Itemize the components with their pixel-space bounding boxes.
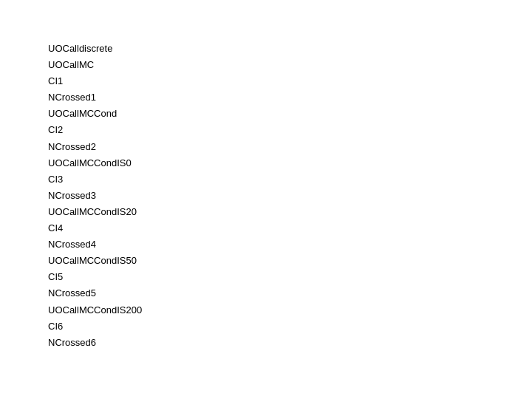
main-content: UOCalldiscreteUOCallMCCI1NCrossed1UOCall… xyxy=(0,0,532,392)
list-item: CI2 xyxy=(48,122,484,138)
list-item: NCrossed6 xyxy=(48,335,484,351)
list-item: CI6 xyxy=(48,318,484,335)
list-item: NCrossed4 xyxy=(48,236,484,253)
list-item: NCrossed2 xyxy=(48,139,484,155)
list-item: CI1 xyxy=(48,73,484,89)
list-item: NCrossed3 xyxy=(48,188,484,204)
list-item: UOCallMCCondIS0 xyxy=(48,155,484,171)
list-item: CI5 xyxy=(48,269,484,285)
list-item: NCrossed5 xyxy=(48,285,484,301)
list-item: UOCallMCCond xyxy=(48,106,484,122)
list-item: UOCallMCCondIS200 xyxy=(48,302,484,318)
list-item: UOCalldiscrete xyxy=(48,41,484,57)
list-item: NCrossed1 xyxy=(48,89,484,106)
list-item: UOCallMCCondIS20 xyxy=(48,204,484,220)
list-item: UOCallMC xyxy=(48,57,484,73)
list-item: CI4 xyxy=(48,220,484,236)
list-item: CI3 xyxy=(48,171,484,188)
list-item: UOCallMCCondIS50 xyxy=(48,253,484,269)
